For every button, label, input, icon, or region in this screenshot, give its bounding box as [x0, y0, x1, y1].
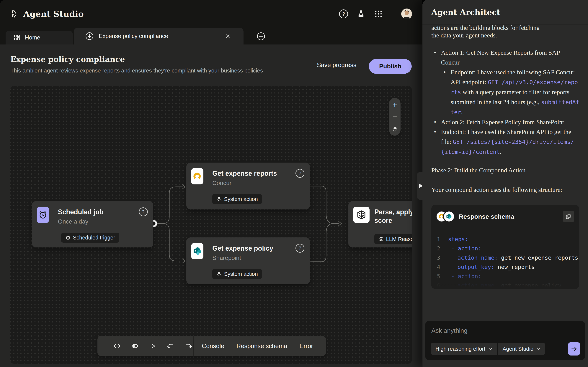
panel-collapse-handle[interactable] [417, 172, 423, 200]
code-view-button[interactable] [113, 342, 121, 350]
page-title: Expense policy compliance [10, 55, 125, 64]
workflow-canvas[interactable]: Scheduled job Once a day ? Scheduled tri… [10, 86, 412, 364]
tab-active-label: Expense policy compliance [99, 33, 168, 40]
publish-button[interactable]: Publish [369, 59, 412, 74]
panel-title: Agent Architect [423, 0, 588, 17]
topbar-divider [392, 9, 392, 19]
node-subtitle: Sharepoint [212, 254, 241, 261]
node-title: Get expense reports [212, 169, 277, 178]
node-badge: System action [212, 269, 262, 279]
labs-button[interactable] [356, 9, 365, 18]
panel-bullet: Endpoint: I have used the following SAP … [431, 67, 579, 117]
new-tab-button[interactable] [256, 31, 266, 42]
node-help-icon[interactable]: ? [295, 169, 304, 178]
node-badge-label: LLM Reasoning [386, 236, 412, 242]
tab-active[interactable]: Expense policy compliance [74, 28, 243, 44]
schema-code-line: 1steps: [437, 235, 575, 244]
pan-hand-button[interactable] [390, 124, 399, 133]
sharepoint-logo-icon: S [444, 211, 454, 222]
canvas-zoom-controls: + − [389, 98, 400, 136]
node-badge-label: System action [224, 271, 258, 277]
sharepoint-logo-icon: S [191, 243, 203, 259]
apps-grid-button[interactable] [374, 9, 383, 18]
webhook-icon [216, 271, 222, 276]
help-icon: ? [339, 9, 348, 18]
bullet-list: Action 1: Get New Expense Reports from S… [431, 48, 579, 157]
node-scheduled-job[interactable]: Scheduled job Once a day ? Scheduled tri… [32, 201, 153, 247]
zoom-in-button[interactable]: + [390, 100, 399, 109]
error-button[interactable]: Error [299, 342, 313, 350]
panel-scroll-content[interactable]: actions are the building blocks for fetc… [423, 25, 588, 321]
scope-dropdown[interactable]: Agent Studio [498, 343, 545, 355]
schema-card-title: Response schema [459, 212, 514, 222]
node-get-expense-policy[interactable]: S Get expense policy Sharepoint ? System… [186, 237, 310, 284]
run-play-button[interactable] [148, 342, 157, 350]
panel-header: Agent Architect [423, 0, 588, 25]
copy-button[interactable] [563, 211, 574, 222]
node-badge-label: System action [224, 196, 258, 202]
top-bar: Agent Studio ? [0, 0, 422, 28]
concur-logo-icon [191, 168, 203, 184]
canvas-toolbar: Console Response schema Error [97, 336, 326, 356]
structure-text: Your compound action uses the following … [431, 185, 572, 195]
code-fade-overlay [431, 270, 579, 289]
send-button[interactable] [568, 342, 580, 356]
redo-button[interactable] [184, 342, 193, 350]
composer-wrap: Ask anything High reasoning effort Agent… [423, 321, 588, 367]
ask-anything-composer[interactable]: Ask anything High reasoning effort Agent… [425, 321, 585, 360]
node-help-icon[interactable]: ? [139, 208, 148, 216]
user-avatar[interactable] [401, 8, 412, 19]
svg-text:S: S [447, 216, 449, 218]
phase-heading: Phase 2: Build the Compound Action [431, 165, 579, 175]
schema-logos: S [437, 211, 454, 222]
zoom-out-button[interactable]: − [390, 112, 399, 121]
main-window: Agent Studio ? [0, 0, 422, 367]
node-title: Parse, apply policy & score [374, 208, 412, 225]
arrow-right-icon [571, 345, 578, 352]
node-get-expense-reports[interactable]: Get expense reports Concur ? System acti… [186, 163, 310, 209]
page-description: This ambient agent reviews expense repor… [10, 67, 263, 74]
webhook-icon [216, 196, 222, 202]
node-parse-apply-score[interactable]: Parse, apply policy & score LLM Reasonin… [348, 201, 412, 247]
node-subtitle: Once a day [58, 218, 88, 225]
save-progress-button[interactable]: Save progress [317, 62, 356, 69]
bullet-text: . [500, 148, 502, 155]
node-badge: Scheduled trigger [61, 233, 119, 243]
node-badge: LLM Reasoning [374, 234, 412, 244]
intro-text: the data your agent needs. [431, 30, 579, 40]
app-root: Agent Studio ? [0, 0, 588, 367]
writer-logo-icon [11, 10, 20, 18]
tab-home[interactable]: Home [6, 31, 73, 44]
reasoning-effort-dropdown[interactable]: High reasoning effort [431, 343, 497, 355]
ask-input[interactable]: Ask anything [431, 327, 580, 334]
node-subtitle: Concur [212, 180, 232, 186]
node-help-icon[interactable]: ? [295, 244, 304, 253]
undo-button[interactable] [166, 342, 175, 350]
bullet-text: Action 2: Fetch Expense Policy from Shar… [441, 119, 564, 125]
help-button[interactable]: ? [339, 9, 348, 18]
chevron-down-icon [488, 348, 493, 350]
node-title: Get expense policy [212, 244, 273, 253]
reasoning-effort-label: High reasoning effort [435, 346, 485, 352]
toggle-button[interactable] [130, 342, 139, 350]
bullet-text: Action 1: Get New Expense Reports from S… [441, 49, 560, 66]
response-schema-button[interactable]: Response schema [236, 342, 287, 350]
canvas-toolbar-icons [97, 342, 193, 350]
panel-bullet: Action 1: Get New Expense Reports from S… [431, 48, 579, 67]
chevron-right-icon [419, 184, 423, 188]
response-schema-card: S Response schema 1steps:2- action:3acti… [431, 205, 579, 289]
tab-close-icon[interactable] [224, 32, 232, 40]
clock-icon [65, 235, 70, 240]
brand: Agent Studio [0, 9, 84, 19]
node-badge-label: Scheduled trigger [73, 235, 115, 241]
brain-icon [353, 207, 370, 223]
console-button[interactable]: Console [202, 342, 224, 350]
composer-dropdowns: High reasoning effort Agent Studio [431, 343, 545, 355]
schema-code-line: 3action_name: get_new_expense_reports [437, 253, 575, 262]
panel-bullet: Endpoint: I have used the SharePoint API… [431, 127, 579, 157]
app-title: Agent Studio [23, 9, 84, 19]
top-bar-actions: ? [339, 0, 422, 28]
schema-code-line: 2- action: [437, 244, 575, 253]
clipped-text-line: actions are the building blocks for fetc… [431, 25, 579, 30]
alarm-clock-icon [37, 207, 49, 223]
